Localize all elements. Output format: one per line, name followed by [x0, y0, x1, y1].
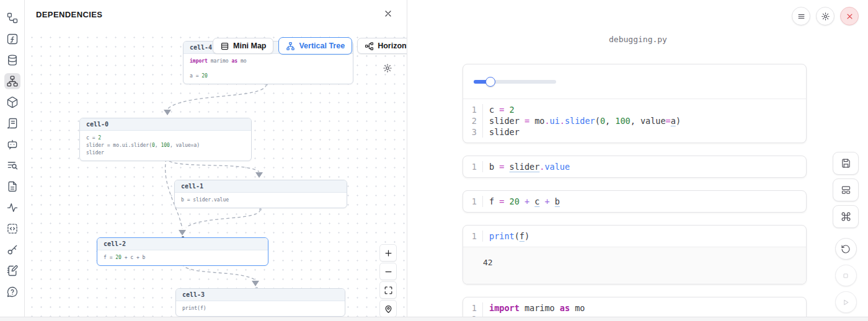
notebook-panel: debugging.py 1c = 22slider = mo.ui.slide… [408, 0, 868, 321]
sidebar-item-snippets[interactable] [4, 178, 20, 195]
cell-code-editor[interactable]: 1f = 20 + c + b [463, 191, 806, 212]
activity-icon [6, 201, 19, 214]
network-icon [6, 75, 19, 87]
graph-node-code: b = slider.value [175, 193, 347, 208]
graph-node-cell-1[interactable]: cell-1b = slider.value [174, 180, 347, 208]
sidebar-item-documentation[interactable] [4, 115, 20, 131]
horizontal-tree-button[interactable]: Horizontal Tree [357, 38, 407, 54]
database-icon [6, 54, 19, 66]
sidebar-item-variables[interactable] [4, 31, 20, 47]
graph-node-cell-2[interactable]: cell-2f = 20 + c + b [97, 237, 268, 266]
key-icon [6, 244, 19, 256]
code-line: slider = mo.ui.slider(0, 100, value=a) [483, 115, 681, 126]
graph-node-title: cell-1 [175, 180, 347, 193]
dependency-edge [167, 84, 267, 109]
sidebar-item-code[interactable] [4, 221, 20, 237]
sidebar-item-tracing[interactable] [4, 200, 20, 216]
code-line: slider [483, 126, 520, 138]
close-panel-button[interactable] [381, 7, 396, 22]
cell-code-editor[interactable]: 1b = slider.value [463, 156, 806, 177]
graph-node-code: c = 2slider = mo.ui.slider(0, 100, value… [80, 131, 251, 160]
line-number: 1 [463, 161, 483, 172]
sidebar-item-secrets[interactable] [4, 242, 20, 258]
cell-output-slider [463, 64, 806, 99]
graph-view-toolbar: Mini MapVertical TreeHorizontal Tree [213, 38, 407, 55]
menu-icon [797, 12, 806, 21]
stop-icon [841, 271, 851, 281]
shortcuts-button[interactable] [833, 205, 859, 228]
helper-icon-rail [0, 0, 25, 321]
notebook-cell: 1b = slider.value [463, 156, 807, 178]
sidebar-item-scratchpad[interactable] [4, 263, 20, 279]
line-number: 1 [463, 196, 483, 207]
vertical-tree-button[interactable]: Vertical Tree [278, 37, 352, 55]
cell-code-editor[interactable]: 1print(f) [463, 226, 806, 247]
zoom-in-button[interactable] [379, 244, 397, 262]
view-button-label: Mini Map [233, 42, 266, 50]
package-icon [6, 96, 19, 108]
code-line: print(f) [483, 231, 529, 242]
status-bar [0, 317, 868, 321]
code-line: import marimo as mo [483, 302, 585, 314]
dependencies-panel-header: DEPENDENCIES [25, 0, 407, 29]
sidebar-item-dependencies[interactable] [4, 73, 20, 89]
bot-chat-icon [6, 138, 19, 151]
line-number: 3 [463, 126, 483, 138]
scroll-text-icon [6, 117, 19, 130]
graph-zoom-controls [379, 244, 397, 317]
node-handle [259, 208, 262, 211]
horizontal-tree-icon [365, 42, 374, 51]
line-number: 1 [463, 231, 483, 242]
graph-node-cell-0[interactable]: cell-0c = 2slider = mo.ui.slider(0, 100,… [79, 118, 252, 161]
sidebar-item-outline[interactable] [4, 10, 20, 26]
sidebar-item-help[interactable] [4, 284, 20, 300]
zoom-out-button[interactable] [379, 263, 397, 280]
interrupt-button[interactable] [835, 265, 857, 286]
notebook-cells: 1c = 22slider = mo.ui.slider(0, 100, val… [463, 64, 807, 321]
code-square-icon [6, 222, 19, 235]
sidebar-item-chat[interactable] [4, 136, 20, 152]
undo-button[interactable] [835, 238, 857, 260]
code-line: b = slider.value [483, 161, 570, 172]
cell-console-output: 42 [463, 247, 806, 284]
fit-view-button[interactable] [379, 281, 397, 299]
graph-node-title: cell-2 [97, 238, 268, 250]
graph-settings-button[interactable] [383, 63, 392, 75]
sidebar-item-logs[interactable] [4, 157, 20, 174]
shutdown-button[interactable] [840, 7, 859, 25]
layout-icon [841, 185, 851, 195]
marimo-app: DEPENDENCIES [0, 0, 868, 321]
graph-node-title: cell-3 [176, 289, 345, 301]
locate-button[interactable] [379, 300, 397, 317]
map-pin-icon [384, 304, 393, 314]
graph-node-title: cell-0 [80, 118, 251, 131]
mini-map-button[interactable]: Mini Map [213, 38, 273, 54]
graph-node-cell-3[interactable]: cell-3print(f) [175, 288, 345, 317]
menu-button[interactable] [792, 7, 810, 25]
file-text-icon [6, 180, 19, 193]
run-button[interactable] [835, 291, 857, 313]
help-bubble-icon [6, 286, 19, 298]
notebook-cell: 1f = 20 + c + b [463, 190, 807, 213]
sidebar-item-datasources[interactable] [4, 52, 20, 68]
close-x-icon [845, 12, 854, 21]
slider-thumb[interactable] [485, 77, 495, 87]
code-line: c = 2 [483, 104, 515, 115]
save-button[interactable] [833, 152, 859, 175]
notebook-filename: debugging.py [408, 35, 868, 44]
settings-button[interactable] [816, 7, 835, 25]
undo-icon [841, 244, 851, 254]
layout-button[interactable] [833, 178, 859, 201]
minus-icon [384, 267, 393, 276]
ui-slider[interactable] [474, 77, 556, 87]
save-icon [841, 158, 851, 169]
vertical-tree-icon [286, 42, 295, 51]
code-line: f = 20 + c + b [483, 196, 560, 207]
dependency-graph-canvas[interactable]: cell-4import marimo as mo a = 20cell-0c … [25, 29, 407, 317]
graph-node-code: f = 20 + c + b [97, 250, 268, 265]
view-button-label: Horizontal Tree [378, 42, 407, 50]
close-icon [383, 9, 393, 20]
minimap-icon [220, 42, 229, 51]
cell-code-editor[interactable]: 1c = 22slider = mo.ui.slider(0, 100, val… [463, 99, 806, 143]
sidebar-item-packages[interactable] [4, 94, 20, 110]
